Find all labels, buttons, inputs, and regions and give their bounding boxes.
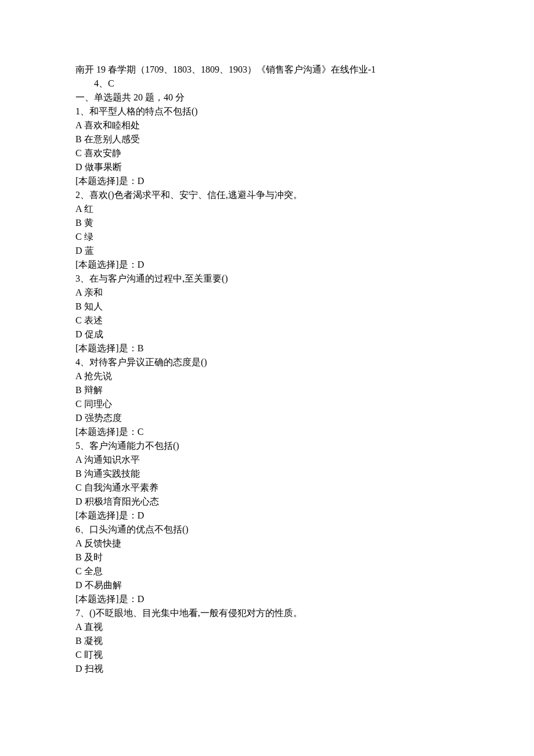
option: D 扫视 (75, 662, 459, 676)
answer: [本题选择]是：D (75, 258, 459, 272)
option: C 喜欢安静 (75, 146, 459, 160)
question-text: 5、客户沟通能力不包括() (75, 439, 459, 453)
option: B 辩解 (75, 383, 459, 397)
option: B 凝视 (75, 634, 459, 648)
question-text: 7、()不眨眼地、目光集中地看,一般有侵犯对方的性质。 (75, 606, 459, 620)
option: A 喜欢和睦相处 (75, 118, 459, 132)
option: A 抢先说 (75, 369, 459, 383)
header-subline: 4、C (75, 77, 459, 91)
option: D 不易曲解 (75, 578, 459, 592)
option: C 同理心 (75, 397, 459, 411)
section-header: 一、单选题共 20 题，40 分 (75, 91, 459, 105)
option: A 亲和 (75, 286, 459, 300)
option: D 做事果断 (75, 160, 459, 174)
question-text: 6、口头沟通的优点不包括() (75, 523, 459, 537)
option: D 蓝 (75, 244, 459, 258)
option: A 红 (75, 202, 459, 216)
option: B 沟通实践技能 (75, 467, 459, 481)
option: D 积极培育阳光心态 (75, 495, 459, 509)
option: A 反馈快捷 (75, 537, 459, 550)
answer: [本题选择]是：D (75, 592, 459, 606)
option: A 直视 (75, 620, 459, 634)
option: B 在意别人感受 (75, 132, 459, 146)
answer: [本题选择]是：C (75, 425, 459, 439)
option: C 表述 (75, 314, 459, 327)
option: A 沟通知识水平 (75, 453, 459, 467)
answer: [本题选择]是：D (75, 174, 459, 188)
option: C 自我沟通水平素养 (75, 481, 459, 495)
answer: [本题选择]是：B (75, 341, 459, 355)
option: D 促成 (75, 327, 459, 341)
question-text: 2、喜欢()色者渴求平和、安宁、信任,逃避斗争与冲突。 (75, 188, 459, 202)
option: B 知人 (75, 300, 459, 314)
question-text: 1、和平型人格的特点不包括() (75, 105, 459, 118)
answer: [本题选择]是：D (75, 509, 459, 523)
question-text: 4、对待客户异议正确的态度是() (75, 355, 459, 369)
option: B 黄 (75, 216, 459, 230)
option: C 盯视 (75, 648, 459, 662)
option: C 绿 (75, 230, 459, 244)
option: B 及时 (75, 550, 459, 564)
option: C 全息 (75, 564, 459, 578)
option: D 强势态度 (75, 411, 459, 425)
doc-title: 南开 19 春学期（1709、1803、1809、1903）《销售客户沟通》在线… (75, 63, 459, 77)
question-text: 3、在与客户沟通的过程中,至关重要() (75, 272, 459, 286)
